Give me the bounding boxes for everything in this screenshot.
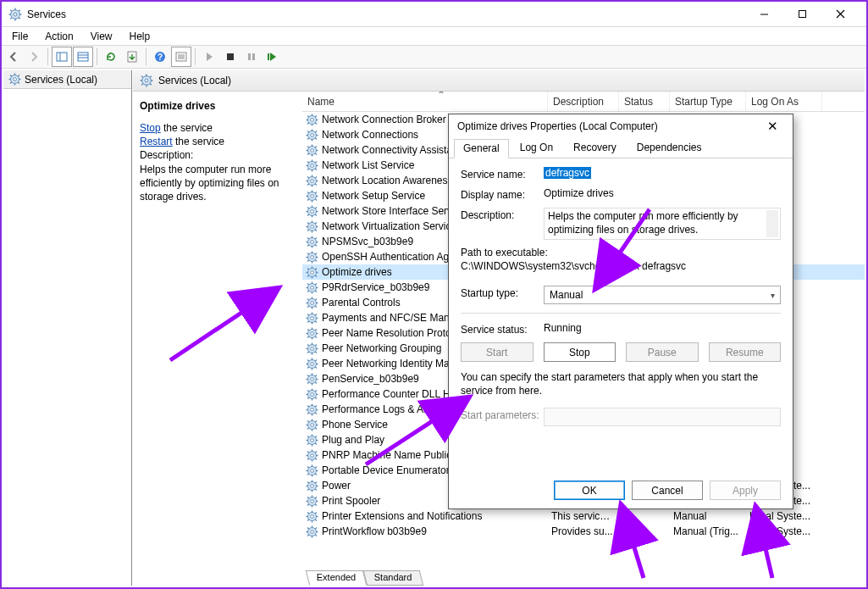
svg-rect-13 [78, 53, 88, 61]
service-name: Network Connectivity Assistant [322, 144, 461, 156]
show-hide-tree-button[interactable] [52, 47, 72, 67]
tree-item-label: Services (Local) [25, 74, 97, 86]
start-button: Start [461, 342, 534, 362]
stop-button[interactable]: Stop [544, 342, 616, 362]
tab-extended[interactable]: Extended [306, 570, 368, 586]
services-app-icon [8, 8, 22, 21]
dialog-tab-general[interactable]: General [454, 139, 509, 158]
menu-view[interactable]: View [84, 29, 119, 44]
dialog-tab-recovery[interactable]: Recovery [564, 138, 626, 158]
value-service-name[interactable]: defragsvc [544, 167, 591, 179]
maximize-button[interactable] [783, 3, 821, 26]
properties-button[interactable] [171, 47, 191, 67]
value-service-status: Running [544, 322, 781, 334]
services-icon [8, 73, 21, 86]
startup-type-value: Manual [550, 289, 583, 301]
service-name: Parental Controls [322, 297, 401, 308]
startup-type-combobox[interactable]: Manual ▾ [544, 286, 781, 304]
service-icon [306, 403, 318, 416]
menu-help[interactable]: Help [123, 29, 158, 44]
service-icon [306, 114, 318, 126]
service-icon [306, 159, 318, 172]
export-button[interactable] [122, 47, 142, 67]
ok-button[interactable]: OK [554, 481, 625, 500]
service-name: Plug and Play [322, 434, 384, 446]
service-icon [306, 342, 318, 355]
service-name: Optimize drives [322, 266, 392, 278]
svg-text:?: ? [158, 53, 163, 62]
minimize-button[interactable] [745, 3, 783, 26]
stop-service-link[interactable]: Stop [140, 122, 161, 134]
service-name: Network Connection Broker [322, 114, 446, 125]
start-params-note: You can specify the start parameters tha… [461, 370, 781, 397]
view-tabs: Extended Standard [302, 570, 865, 586]
service-name: P9RdrService_b03b9e9 [322, 281, 429, 293]
restart-service-button[interactable] [263, 47, 283, 67]
service-icon [306, 220, 318, 233]
service-logon: Local Syste... [746, 525, 822, 537]
tree-item-services-local[interactable]: Services (Local) [3, 70, 131, 89]
resume-button: Resume [709, 342, 782, 362]
service-name: Power [322, 480, 351, 492]
svg-rect-24 [248, 53, 251, 60]
dialog-tab-dependencies[interactable]: Dependencies [628, 138, 711, 158]
service-icon [306, 251, 318, 264]
scroll-up-icon[interactable]: ▲ [769, 209, 777, 219]
cancel-button[interactable]: Cancel [632, 481, 703, 500]
svg-rect-25 [252, 53, 255, 60]
service-icon [306, 190, 318, 203]
column-logon-as[interactable]: Log On As [746, 92, 822, 111]
chevron-down-icon: ▾ [771, 291, 775, 300]
dialog-tab-logon[interactable]: Log On [511, 138, 562, 158]
title-bar: Services [2, 2, 866, 27]
column-startup-type[interactable]: Startup Type [670, 92, 746, 111]
back-button[interactable] [3, 47, 24, 67]
help-button[interactable]: ? [150, 47, 170, 67]
service-icon [306, 281, 318, 294]
column-description[interactable]: Description [548, 92, 619, 111]
service-startup: Manual [670, 510, 746, 522]
service-row[interactable]: Printer Extensions and NotificationsThis… [302, 508, 865, 524]
dialog-title: Optimize drives Properties (Local Comput… [457, 120, 658, 132]
label-start-params: Start parameters: [461, 408, 544, 421]
refresh-button[interactable] [101, 47, 121, 67]
services-icon [140, 74, 153, 87]
service-logon: Local Syste... [746, 510, 822, 522]
service-icon [306, 373, 318, 386]
column-status[interactable]: Status [619, 92, 670, 111]
service-name: Network Setup Service [322, 190, 425, 202]
forward-button[interactable] [24, 47, 44, 67]
value-description[interactable]: Helps the computer run more efficiently … [544, 208, 781, 240]
tab-standard[interactable]: Standard [363, 570, 423, 586]
service-name: PrintWorkflow b03b9e9 [322, 525, 427, 537]
properties-dialog: Optimize drives Properties (Local Comput… [448, 114, 793, 509]
restart-service-link[interactable]: Restart [140, 136, 173, 147]
service-name: Performance Counter DLL Host [322, 388, 464, 400]
pause-service-button[interactable] [241, 47, 262, 67]
service-name: PenService_b03b9e9 [322, 373, 419, 385]
menu-action[interactable]: Action [38, 29, 80, 44]
service-name: Printer Extensions and Notifications [322, 510, 482, 522]
menu-file[interactable]: File [5, 29, 35, 44]
service-icon [306, 175, 318, 187]
service-name: Print Spooler [322, 495, 380, 507]
svg-rect-11 [57, 53, 67, 61]
dialog-close-button[interactable]: ✕ [760, 117, 784, 136]
service-icon [306, 358, 318, 370]
service-icon [306, 388, 318, 401]
value-display-name: Optimize drives [544, 187, 781, 199]
svg-rect-10 [799, 11, 806, 18]
service-name: Network Location Awareness [322, 175, 453, 186]
service-icon [306, 419, 318, 431]
close-button[interactable] [821, 3, 860, 26]
service-icon [306, 449, 318, 462]
service-row[interactable]: PrintWorkflow b03b9e9Provides su...Manua… [302, 524, 865, 539]
column-name[interactable]: Name [302, 92, 548, 111]
description-text: Helps the computer run more efficiently … [140, 163, 296, 204]
export-list-button[interactable] [73, 47, 93, 67]
stop-service-button[interactable] [220, 47, 240, 67]
scroll-down-icon[interactable]: ▼ [769, 228, 777, 238]
service-name: Network Store Interface Service [322, 205, 465, 217]
start-service-button[interactable] [199, 47, 219, 67]
toolbar: ? [2, 45, 866, 69]
